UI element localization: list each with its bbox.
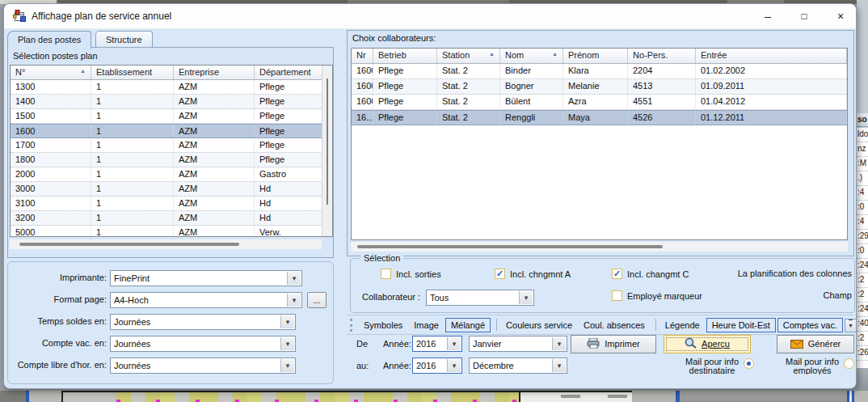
table-row[interactable]: 1600PflegeStat. 2BognerMelanie451301.09.… — [352, 79, 847, 95]
table-row[interactable]: 32001AZMHd — [11, 211, 332, 226]
check-icon: ✓ — [613, 269, 621, 278]
table-cell: 1 — [91, 153, 174, 167]
print-button[interactable]: Imprimer — [571, 335, 656, 353]
bg-text-fragment: :M — [857, 157, 868, 171]
title-bar[interactable]: Affichage plan de service annuel – □ × — [4, 4, 856, 29]
table-cell: 1 — [91, 226, 174, 237]
table-row[interactable]: 50001AZMVerw. — [11, 226, 332, 237]
table-row[interactable]: 15001AZMPflege — [11, 109, 332, 124]
table-cell: 1 — [91, 182, 174, 196]
page-format-value: A4-Hoch — [111, 293, 301, 305]
collaborators-group-label: Choix collaborateurs: — [352, 33, 436, 43]
view-tab[interactable]: Symboles — [359, 319, 407, 332]
dropdown-arrow-icon[interactable]: ▾ — [280, 337, 294, 350]
horizontal-scrollbar[interactable] — [351, 242, 848, 252]
table-row[interactable]: 16...PflegeStat. 2RenggliMaya452601.12.2… — [352, 110, 847, 125]
generate-button[interactable]: Générer — [777, 335, 854, 353]
dropdown-arrow-icon[interactable]: ▾ — [519, 291, 533, 304]
separator — [496, 319, 497, 331]
column-header[interactable]: Nr — [352, 49, 373, 63]
column-header[interactable]: Nom ▲ — [500, 49, 563, 63]
app-icon — [13, 10, 26, 23]
minimize-button[interactable]: – — [753, 7, 782, 25]
incl-sorties-checkbox[interactable] — [381, 269, 391, 279]
postes-tab-page: Sélection postes plan N° ▲ Etablissement… — [7, 47, 334, 258]
generate-button-label: Générer — [808, 339, 841, 349]
table-cell: Verw. — [255, 226, 332, 237]
table-row[interactable]: 18001AZMPflege — [11, 153, 332, 167]
from-month-select[interactable]: Janvier ▾ — [469, 336, 567, 352]
browse-button[interactable]: ... — [307, 292, 327, 308]
scrollbar-thumb[interactable] — [19, 243, 239, 246]
tab-plan-des-postes[interactable]: Plan des postes — [7, 31, 91, 49]
printer-select[interactable]: FinePrint ▾ — [110, 270, 302, 286]
column-header[interactable]: N° ▲ — [11, 66, 91, 79]
mail-destinataire-radio[interactable] — [744, 358, 754, 369]
to-year-select[interactable]: 2016 ▾ — [412, 358, 462, 374]
vertical-scrollbar[interactable] — [322, 66, 332, 236]
table-header-row: Nr Betrieb Station ▲ Nom ▲ Prénom No-Per… — [352, 49, 847, 64]
background-segment — [680, 391, 847, 402]
from-year-select[interactable]: 2016 ▾ — [412, 336, 462, 352]
column-header[interactable]: Entreprise — [174, 66, 255, 79]
dropdown-arrow-icon[interactable]: ▾ — [280, 359, 294, 372]
printer-icon — [587, 338, 600, 349]
to-month-select[interactable]: Décembre ▾ — [469, 358, 567, 374]
column-header[interactable]: Betrieb — [373, 49, 437, 63]
column-header[interactable]: Département — [255, 66, 332, 79]
tab-structure[interactable]: Structure — [95, 31, 153, 48]
dropdown-arrow-icon[interactable]: ▾ — [447, 359, 461, 372]
overflow-button[interactable]: ▾ — [845, 319, 857, 332]
preview-button-label: Aperçu — [702, 339, 730, 349]
column-header[interactable]: Etablissement — [91, 66, 174, 79]
bg-text-fragment: :4 — [857, 186, 868, 201]
table-row[interactable]: 31001AZMHd — [11, 197, 332, 211]
dropdown-arrow-icon[interactable]: ▾ — [447, 337, 461, 350]
view-tab[interactable]: Image — [409, 319, 444, 332]
dropdown-arrow-icon[interactable]: ▾ — [287, 294, 301, 307]
view-tab[interactable]: Coul. absences — [579, 319, 650, 332]
collaborator-select[interactable]: Tous ▾ — [426, 290, 534, 306]
radio-dot — [747, 362, 751, 366]
employe-marqueur-checkbox[interactable] — [612, 290, 622, 301]
view-tab[interactable]: Comptes vac. — [777, 318, 843, 332]
column-header-label: No-Pers. — [633, 50, 668, 60]
table-row[interactable]: 14001AZMPflege — [11, 95, 332, 109]
column-header[interactable]: No-Pers. — [628, 49, 696, 63]
clipped-number — [608, 395, 627, 398]
incl-chngmnt-a-checkbox[interactable]: ✓ — [495, 269, 505, 279]
table-row[interactable]: 1600PflegeStat. 2BülentAzra455101.04.201… — [352, 95, 847, 110]
scrollbar-thumb[interactable] — [357, 245, 663, 248]
table-cell: Pflege — [255, 138, 332, 152]
table-row[interactable]: 17001AZMPflege — [11, 138, 332, 153]
collaborators-group: Choix collaborateurs: Nr Betrieb Station… — [347, 30, 854, 256]
close-button[interactable]: × — [826, 7, 855, 25]
incl-changmt-c-checkbox[interactable]: ✓ — [612, 269, 622, 279]
maximize-button[interactable]: □ — [790, 7, 819, 25]
drag-handle-icon[interactable] — [350, 319, 352, 332]
vacation-account-select[interactable]: Journées ▾ — [110, 336, 296, 352]
time-balance-select[interactable]: Journées ▾ — [110, 314, 296, 330]
horizontal-scrollbar[interactable] — [10, 239, 322, 249]
view-tab[interactable]: Couleurs service — [501, 319, 577, 332]
table-row[interactable]: 30001AZMHd — [11, 182, 332, 197]
table-row[interactable]: 16001AZMPflege — [11, 124, 332, 138]
dropdown-arrow-icon[interactable]: ▾ — [280, 315, 294, 328]
column-header[interactable]: Prénom — [563, 49, 628, 63]
dropdown-arrow-icon[interactable]: ▾ — [287, 272, 301, 285]
column-header[interactable]: Entrée — [696, 49, 847, 63]
table-row[interactable]: 20001AZMGastro — [11, 167, 332, 182]
dropdown-arrow-icon[interactable]: ▾ — [552, 337, 566, 350]
view-tab[interactable]: Légende — [660, 319, 705, 332]
scrollbar-thumb[interactable] — [327, 78, 328, 205]
preview-button[interactable]: Aperçu — [664, 335, 751, 353]
mail-employes-radio[interactable] — [844, 358, 854, 369]
free-hours-select[interactable]: Journées ▾ — [110, 358, 296, 374]
view-tab[interactable]: Mélangé — [445, 318, 491, 332]
view-tab[interactable]: Heure Doit-Est — [706, 318, 776, 332]
column-header[interactable]: Station ▲ — [437, 49, 500, 63]
table-row[interactable]: 13001AZMPflege — [11, 80, 332, 95]
table-row[interactable]: 1600PflegeStat. 2BinderKlara220401.02.20… — [352, 64, 847, 79]
page-format-select[interactable]: A4-Hoch ▾ — [110, 292, 302, 308]
dropdown-arrow-icon[interactable]: ▾ — [552, 359, 566, 372]
